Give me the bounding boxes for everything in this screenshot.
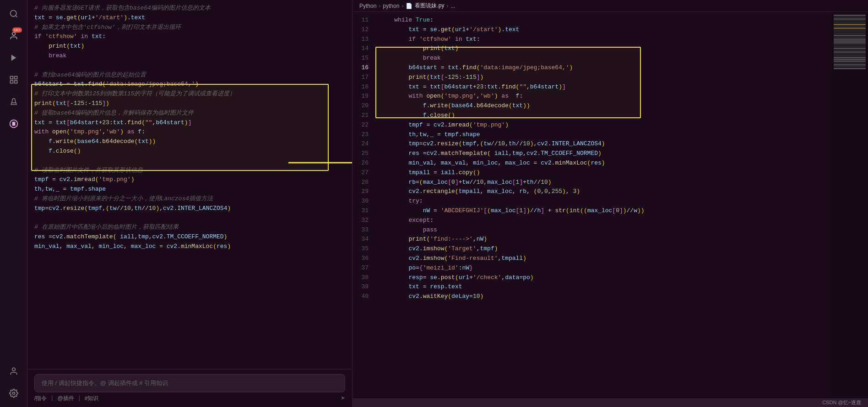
code-line: with open('tmp.png','wb') as f: xyxy=(34,127,345,137)
minimap-line xyxy=(834,31,866,33)
editor-line: res =cv2.matchTemplate( iall,tmp,cv2.TM_… xyxy=(380,149,831,159)
editor-line: print(txt) xyxy=(380,44,831,54)
svg-rect-4 xyxy=(10,77,13,79)
svg-point-0 xyxy=(10,11,16,16)
chat-input-box[interactable]: 使用 / 调起快捷指令、@ 调起插件或 # 引用知识 xyxy=(34,374,345,392)
line-num: 36 xyxy=(353,254,369,264)
minimap-line xyxy=(834,24,866,25)
editor-line: break xyxy=(380,54,831,63)
code-line xyxy=(34,156,345,166)
editor-line: rb=(max_loc[0]+tw//10,max_loc[1]+th//10) xyxy=(380,178,831,187)
svg-marker-3 xyxy=(11,55,16,61)
hint-plugin[interactable]: @插件 xyxy=(57,395,74,402)
editor-area: 11 12 13 14 15 16 17 18 19 20 21 22 23 2… xyxy=(353,12,868,398)
editor-line: cv2.rectangle(tmpall, max_loc, rb, (0,0,… xyxy=(380,187,831,197)
code-line: # 打印文本中倒数第125到倒数第115的字符（可能是为了调试或查看进度） xyxy=(34,89,345,99)
editor-line: po={'meizi_id':nW} xyxy=(380,264,831,273)
minimap-line xyxy=(834,46,866,47)
sidebar-flask[interactable] xyxy=(5,93,23,111)
line-num: 12 xyxy=(353,25,369,35)
breadcrumb-file-icon: 📄 xyxy=(406,3,412,9)
sidebar-cursor[interactable] xyxy=(5,115,23,133)
code-line: f.close() xyxy=(34,147,345,156)
svg-point-9 xyxy=(12,392,15,395)
minimap-line xyxy=(834,51,866,53)
chat-placeholder: 使用 / 调起快捷指令、@ 调起插件或 # 引用知识 xyxy=(42,379,338,387)
editor-line: except: xyxy=(380,216,831,226)
minimap-line xyxy=(834,42,866,44)
line-num: 30 xyxy=(353,197,369,206)
breadcrumb-python2: python xyxy=(383,3,399,9)
status-bar: CSDN @忆~逐鹿 xyxy=(353,398,868,407)
code-line: tmp=cv2.resize(tmpf,(tw//10,th//10),cv2.… xyxy=(34,204,345,214)
sidebar-settings[interactable] xyxy=(5,384,23,402)
line-num: 25 xyxy=(353,149,369,159)
code-line: txt = se.get(url+'/start').text xyxy=(34,13,345,23)
code-content: while True: txt = se.get(url+'/start').t… xyxy=(375,12,831,398)
minimap-line xyxy=(834,37,866,38)
minimap-line xyxy=(834,33,866,34)
line-num: 37 xyxy=(353,264,369,273)
line-numbers: 11 12 13 14 15 16 17 18 19 20 21 22 23 2… xyxy=(353,12,375,398)
line-num: 26 xyxy=(353,159,369,168)
minimap-line xyxy=(834,44,866,45)
minimap-line xyxy=(834,29,866,31)
editor-line: tmpf = cv2.imread('tmp.png') xyxy=(380,121,831,130)
sidebar-grid[interactable] xyxy=(5,71,23,89)
editor-line: try: xyxy=(380,197,831,206)
minimap-line xyxy=(834,62,866,64)
minimap-line xyxy=(834,68,866,69)
code-viewer: # 向服务器发送GET请求，获取包含base64编码的图片信息的文本 txt =… xyxy=(27,0,352,369)
editor-line: txt = se.get(url+'/start').text xyxy=(380,25,831,35)
line-num: 23 xyxy=(353,130,369,140)
minimap-line xyxy=(834,50,866,51)
breadcrumb: Python › python › 📄 看图说妹.py › ... xyxy=(353,0,868,12)
sidebar-user[interactable]: 1K+ xyxy=(5,27,23,45)
chat-hints: /指令 | @插件 | #知识 ➤ xyxy=(34,395,345,402)
breadcrumb-sep1: › xyxy=(379,3,380,9)
editor-line: cv2.imshow('Find-resault',tmpall) xyxy=(380,254,831,264)
svg-rect-5 xyxy=(14,77,17,79)
line-num: 19 xyxy=(353,92,369,101)
code-line xyxy=(34,61,345,71)
editor-line: print('find:---->',nW) xyxy=(380,235,831,244)
editor-line: resp= se.post(url+'/check',data=po) xyxy=(380,273,831,283)
svg-line-1 xyxy=(15,16,17,17)
line-num: 24 xyxy=(353,139,369,149)
line-num: 33 xyxy=(353,226,369,235)
minimap-line xyxy=(834,60,866,62)
breadcrumb-file: 看图说妹.py xyxy=(415,2,444,10)
code-line: # 提取base64编码的图片信息，并解码保存为临时图片文件 xyxy=(34,109,345,118)
sidebar-search[interactable] xyxy=(5,5,23,23)
minimap-line xyxy=(834,22,866,23)
editor-line: print(txt[-125:-115]) xyxy=(380,73,831,82)
breadcrumb-python: Python xyxy=(359,3,376,9)
editor-line-18: txt = txt[b64start+23:txt.find("",b64sta… xyxy=(380,82,831,92)
code-line: tmpf = cv2.imread('tmp.png') xyxy=(34,175,345,185)
minimap-line xyxy=(834,40,866,42)
line-num: 39 xyxy=(353,282,369,292)
code-line: # 查找base64编码的图片信息的起始位置 xyxy=(34,71,345,80)
breadcrumb-sep3: › xyxy=(446,3,448,9)
minimap-content xyxy=(831,12,868,72)
minimap-line xyxy=(834,66,866,67)
editor-line: with open('tmp.png','wb') as f: xyxy=(380,92,831,101)
editor-line: f.write(base64.b64decode(txt)) xyxy=(380,101,831,111)
code-line: # 在原始图片中匹配缩小后的临时图片，获取匹配结果 xyxy=(34,223,345,232)
minimap-line xyxy=(834,28,866,29)
editor-line: tmp=cv2.resize(tmpf,(tw//10,th//10),cv2.… xyxy=(380,139,831,149)
line-num: 38 xyxy=(353,273,369,283)
minimap-line xyxy=(834,48,866,49)
sidebar-run[interactable] xyxy=(5,49,23,67)
minimap-line xyxy=(834,38,866,40)
editor-line: th,tw,_ = tmpf.shape xyxy=(380,130,831,140)
code-line: txt = txt[b64start+23:txt.find("",b64sta… xyxy=(34,118,345,128)
hint-knowledge[interactable]: #知识 xyxy=(85,395,99,402)
svg-point-2 xyxy=(12,33,15,36)
hint-command[interactable]: /指令 xyxy=(34,395,47,402)
sidebar-account[interactable] xyxy=(5,362,23,380)
minimap-line xyxy=(834,26,866,27)
minimap-line xyxy=(834,57,866,58)
code-line: break xyxy=(34,51,345,61)
send-button[interactable]: ➤ xyxy=(341,395,345,402)
